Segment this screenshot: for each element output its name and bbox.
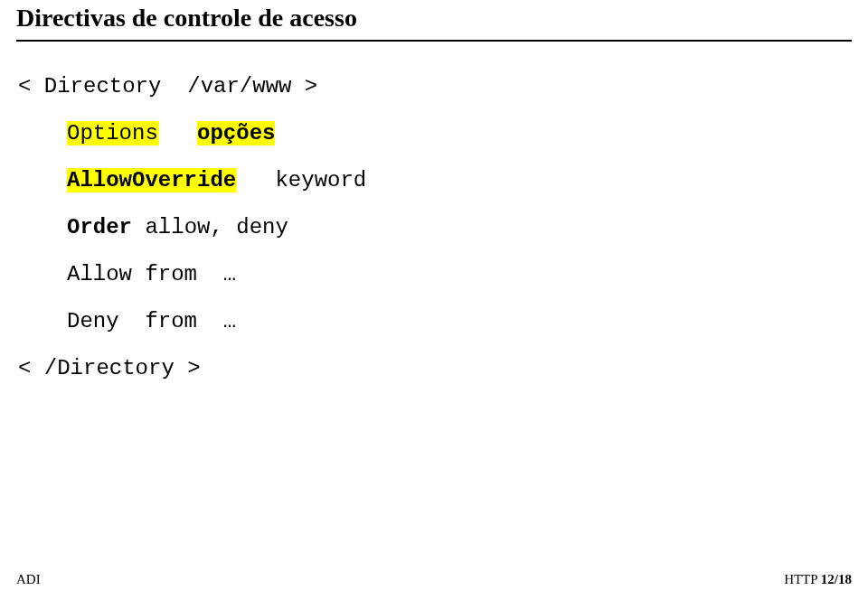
code-line-directory-close: < /Directory >: [18, 358, 852, 380]
slide-page: Directivas de controle de acesso < Direc…: [0, 0, 868, 600]
code-order-key: Order: [67, 215, 132, 239]
code-order-value: allow, deny: [132, 215, 288, 239]
code-allowoverride-key: AllowOverride: [67, 168, 236, 192]
code-options-value: opções: [197, 121, 275, 145]
code-line-allowoverride: AllowOverride keyword: [18, 170, 852, 192]
page-title: Directivas de controle de acesso: [16, 4, 852, 33]
code-allowoverride-value: keyword: [275, 168, 366, 192]
code-line-deny: Deny from …: [18, 311, 852, 333]
page-footer: ADI HTTP 12/18: [16, 572, 852, 587]
code-line-directory-open: < Directory /var/www >: [18, 76, 852, 98]
footer-right-label: HTTP: [784, 572, 821, 586]
code-line-allow: Allow from …: [18, 264, 852, 286]
code-spacer: [158, 121, 197, 145]
code-spacer: [236, 168, 275, 192]
code-block: < Directory /var/www > Options opções Al…: [16, 76, 852, 380]
footer-page-number: 12/18: [821, 572, 852, 586]
footer-right: HTTP 12/18: [784, 572, 852, 587]
footer-left: ADI: [16, 572, 41, 587]
code-line-options: Options opções: [18, 123, 852, 145]
code-line-order: Order allow, deny: [18, 217, 852, 239]
title-rule: [16, 40, 852, 42]
code-options-key: Options: [67, 121, 158, 145]
